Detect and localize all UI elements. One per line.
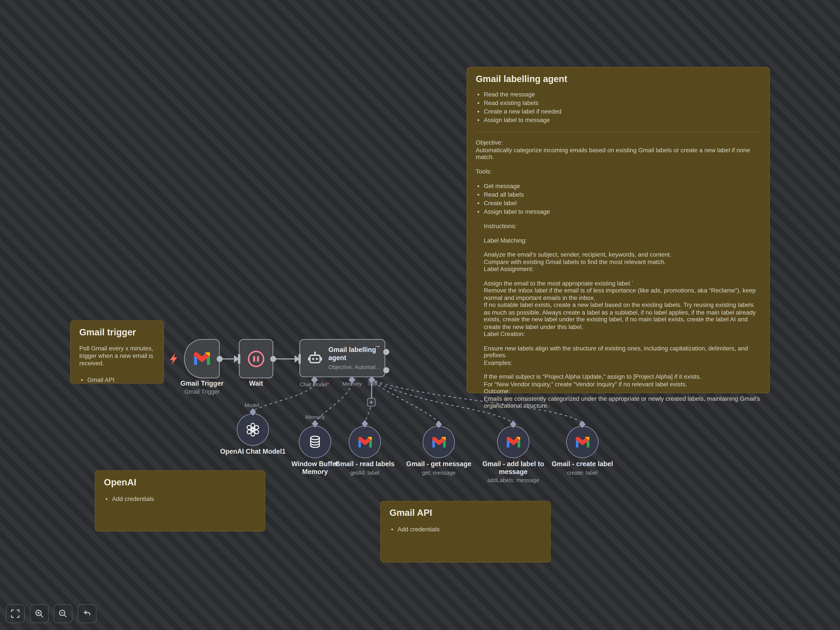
wire-tool-get-message (374, 382, 438, 422)
note-paragraph: Ensure new labels align with the structu… (476, 345, 761, 366)
sticky-title: Gmail trigger (79, 327, 155, 338)
node-gmail-get-message[interactable] (423, 426, 455, 458)
note-bullet-list: Get messageRead all labelsCreate labelAs… (476, 182, 761, 216)
pause-icon (246, 349, 266, 368)
node-sublabel-create-label: create: label (567, 469, 598, 475)
note-bullet: Create a new label if needed (476, 107, 761, 116)
node-sublabel-gmail-trigger: Gmail Trigger (184, 388, 219, 395)
divider (476, 132, 761, 132)
note-paragraph: Tools: (476, 168, 761, 175)
note-paragraph: Assign the email to the most appropriate… (476, 280, 761, 338)
connector-label-tool: Tool (368, 381, 377, 387)
node-openai-chat-model[interactable] (237, 414, 269, 446)
add-tool-plus-button[interactable]: + (367, 398, 376, 407)
connector-label-memory: Memory (343, 381, 362, 387)
note-paragraph: Objective: Automatically categorize inco… (476, 139, 761, 161)
sticky-bullet-list: Gmail API (79, 376, 155, 384)
node-label-get-message: Gmail - get message (406, 460, 471, 468)
fit-view-button[interactable] (6, 604, 25, 623)
undo-button[interactable] (77, 604, 96, 623)
note-paragraph: If the email subject is “Project Alpha U… (476, 373, 761, 409)
sticky-bullet-list: Read the messageRead existing labelsCrea… (476, 90, 761, 124)
node-gmail-trigger[interactable] (184, 339, 219, 378)
open-chat-arrow-icon[interactable]: → (374, 341, 381, 349)
openai-icon (245, 422, 261, 437)
sticky-note-gmail-labelling-agent[interactable]: Gmail labelling agent Read the messageRe… (467, 67, 770, 393)
canvas-scale-wrapper: Gmail trigger Poll Gmail every x minutes… (0, 0, 840, 630)
workflow-canvas[interactable]: Gmail trigger Poll Gmail every x minutes… (0, 0, 840, 630)
node-gmail-create-label[interactable] (566, 426, 598, 458)
gmail-icon (506, 436, 520, 448)
node-sublabel-get-message: get: message (422, 469, 456, 475)
required-asterisk: * (327, 382, 329, 387)
note-paragraph: Instructions: (476, 223, 761, 230)
node-window-buffer-memory[interactable] (299, 426, 331, 458)
node-wait[interactable] (239, 339, 273, 378)
node-gmail-labelling-agent[interactable]: Gmail labellingagent Objective: Automat.… (300, 339, 385, 377)
note-bullet: Assign label to message (476, 116, 761, 124)
sticky-title: Gmail API (389, 508, 542, 519)
node-gmail-add-label-to-message[interactable] (497, 426, 529, 458)
sticky-note-openai[interactable]: OpenAI Add credentials (95, 470, 265, 531)
note-bullet: Create label (476, 199, 761, 207)
note-paragraph: Analyze the email's subject, sender, rec… (476, 251, 761, 273)
agent-node-title: Gmail labellingagent (328, 346, 380, 362)
agent-node-subtitle: Objective: Automat... (328, 364, 380, 370)
sticky-sections: Objective: Automatically categorize inco… (476, 139, 761, 410)
note-bullet: Get message (476, 182, 761, 190)
wire-label-memory: Memory (305, 414, 325, 420)
trigger-bolt-icon (170, 353, 177, 365)
node-sublabel-read-labels: getAll: label (350, 469, 379, 475)
note-bullet: Read the message (476, 90, 761, 98)
note-paragraph: Label Matching: (476, 237, 761, 244)
note-bullet: Gmail API (79, 376, 155, 384)
undo-icon (82, 609, 92, 618)
gmail-icon (193, 352, 210, 365)
sticky-bullet-list: Add credentials (389, 525, 542, 534)
agent-node-content: Gmail labellingagent Objective: Automat.… (308, 340, 381, 377)
node-label-wait: Wait (249, 380, 263, 388)
sticky-body: Poll Gmail every x minutes, trigger when… (79, 344, 155, 367)
note-bullet: Read existing labels (476, 99, 761, 107)
sticky-note-gmail-api[interactable]: Gmail API Add credentials (381, 501, 551, 563)
database-icon (308, 434, 322, 450)
note-bullet: Assign label to message (476, 207, 761, 216)
note-bullet: Add credentials (389, 525, 542, 534)
wire-tool-read-labels (365, 407, 371, 422)
node-label-memory: Window BufferMemory (291, 460, 339, 476)
robot-icon (308, 351, 323, 365)
connector-label-chat-model: Chat Model* (300, 382, 329, 387)
node-label-openai: OpenAI Chat Model1 (220, 448, 286, 456)
node-gmail-read-labels[interactable] (349, 426, 381, 458)
sticky-title: Gmail labelling agent (476, 74, 761, 85)
node-label-create-label: Gmail - create label (552, 460, 613, 468)
sticky-title: OpenAI (104, 477, 256, 488)
zoom-in-button[interactable] (30, 604, 49, 623)
gmail-icon (575, 436, 589, 448)
wire-label-model: Model (245, 402, 259, 408)
subnode-output-diamonds[interactable] (249, 408, 586, 428)
zoom-out-button[interactable] (54, 604, 73, 623)
note-bullet: Read all labels (476, 190, 761, 199)
note-bullet: Add credentials (104, 494, 256, 503)
gmail-icon (432, 436, 446, 448)
zoom-out-icon (58, 609, 68, 618)
fit-view-icon (11, 609, 20, 618)
sticky-bullet-list: Add credentials (104, 494, 256, 503)
node-label-read-labels: Gmail - read labels (335, 460, 395, 468)
sticky-note-gmail-trigger[interactable]: Gmail trigger Poll Gmail every x minutes… (70, 320, 164, 384)
node-label-gmail-trigger: Gmail Trigger (180, 380, 224, 388)
node-label-add-label: Gmail - add label tomessage (482, 460, 544, 476)
node-sublabel-add-label: addLabels: message (487, 477, 539, 483)
gmail-icon (358, 436, 372, 448)
zoom-in-icon (35, 609, 44, 618)
